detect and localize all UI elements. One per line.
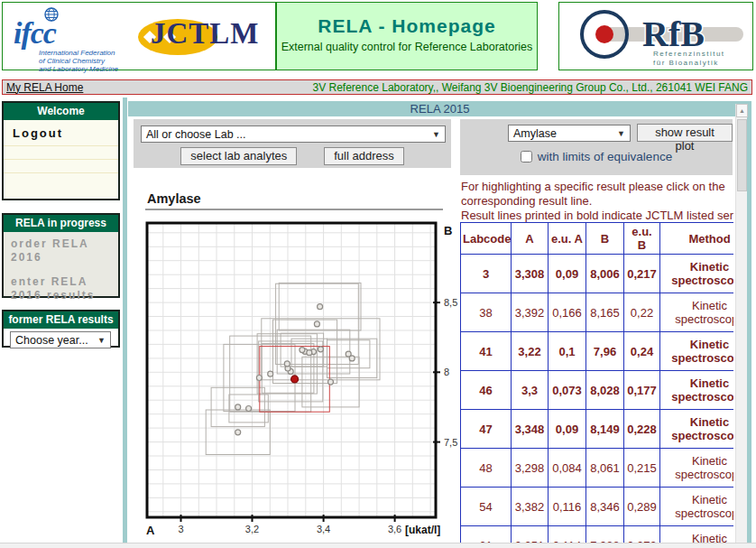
enter-rela-results-link[interactable]: enter RELA 2016 results	[4, 270, 118, 302]
breadcrumb: My RELA Home 3V Reference Laboratory,, W…	[2, 79, 752, 95]
rfb-logo-graphic: RfB Referenzinstitut für Bioanalytik	[559, 3, 752, 70]
cell-eua: 0,09	[549, 410, 586, 449]
cell-a: 3,3	[512, 371, 549, 410]
result-row[interactable]: 613,2510,1147,9880,272Kinetic spectrosco…	[461, 526, 734, 543]
chevron-down-icon: ▼	[97, 336, 106, 345]
cell-method: Kinetic spectroscopy	[660, 371, 734, 410]
analyte-select[interactable]: Amylase ▼	[508, 125, 631, 142]
bold-note: Result lines printed in bold indicate JC…	[461, 209, 733, 223]
chevron-down-icon: ▼	[617, 129, 625, 138]
result-row[interactable]: 543,3820,1168,3460,289Kinetic spectrosco…	[461, 488, 734, 526]
welcome-title: Welcome	[4, 103, 118, 120]
cell-a: 3,392	[512, 293, 549, 332]
cell-b: 8,061	[586, 449, 624, 488]
cell-eua: 0,116	[549, 488, 586, 526]
cell-a: 3,298	[512, 449, 549, 488]
rfb-sub-2: für Bioanalytik	[653, 59, 719, 67]
cell-eub: 0,22	[624, 293, 660, 332]
ifcc-wordmark: ifcc	[14, 20, 149, 47]
cell-method: Kinetic spectroscopy	[660, 293, 734, 332]
results-table: LabcodeAe.u. ABe.u. BMethod 33,3080,098,…	[460, 222, 733, 543]
column-header: e.u. A	[549, 223, 586, 255]
rfb-sub-1: Referenzinstitut	[653, 50, 725, 58]
cell-a: 3,348	[512, 410, 549, 449]
cell-labcode: 54	[461, 488, 512, 526]
divider-strip	[123, 98, 127, 543]
cell-a: 3,251	[512, 526, 549, 543]
cell-eua: 0,084	[549, 449, 586, 488]
main-titlebar: RELA 2015	[128, 101, 751, 116]
cell-method: Kinetic spectroscopy	[660, 410, 734, 449]
result-row[interactable]: 473,3480,098,1490,228Kinetic spectroscop…	[461, 410, 734, 449]
cell-labcode: 46	[461, 371, 512, 410]
column-header: Method	[660, 223, 734, 255]
results-table-container: LabcodeAe.u. ABe.u. BMethod 33,3080,098,…	[460, 222, 733, 543]
right-edge-strip	[747, 116, 751, 543]
plot-heading-rule	[145, 209, 443, 210]
cell-eub: 0,289	[624, 488, 660, 526]
column-header: A	[512, 223, 549, 255]
ifcc-line-2: of Clinical Chemistry	[39, 57, 149, 65]
cell-b: 8,346	[586, 488, 624, 526]
svg-text:8: 8	[444, 367, 449, 377]
cell-method: Kinetic spectroscopy	[660, 488, 734, 526]
select-lab-analytes-button[interactable]: select lab analytes	[180, 147, 297, 165]
scatter-plot-svg: 33,23,43,68,587,5	[144, 220, 465, 538]
cell-method: Kinetic spectroscopy	[660, 526, 734, 543]
svg-text:RfB: RfB	[642, 14, 705, 54]
full-address-button[interactable]: full address	[324, 147, 403, 165]
svg-text:7,5: 7,5	[444, 437, 457, 448]
cell-method: Kinetic spectroscopy	[660, 449, 734, 488]
choose-year-select[interactable]: Choose year... ▼	[10, 331, 111, 348]
cell-eub: 0,217	[624, 255, 660, 293]
cell-labcode: 47	[461, 410, 512, 449]
ifcc-logo: ifcc International Federation of Clinica…	[14, 8, 149, 73]
header-logos: ifcc International Federation of Clinica…	[2, 2, 276, 70]
cell-eua: 0,166	[549, 293, 586, 332]
result-row[interactable]: 463,30,0738,0280,177Kinetic spectroscopy	[461, 371, 734, 410]
result-controls-panel: Amylase ▼ show result plot with limits o…	[460, 119, 733, 175]
result-row[interactable]: 413,220,17,960,24Kinetic spectroscopy	[461, 332, 734, 371]
cell-a: 3,382	[512, 488, 549, 526]
cell-labcode: 41	[461, 332, 512, 371]
progress-title: RELA in progress	[4, 215, 118, 232]
cell-a: 3,308	[512, 255, 549, 293]
cell-b: 8,165	[586, 293, 624, 332]
scroll-up-icon[interactable]: ▲	[736, 104, 748, 117]
cell-eub: 0,215	[624, 449, 660, 488]
horizontal-scrollbar[interactable]	[0, 543, 756, 548]
scrollbar-thumb[interactable]	[737, 119, 747, 191]
show-result-plot-button[interactable]: show result plot	[637, 124, 733, 142]
column-header: B	[586, 223, 624, 255]
cell-labcode: 61	[461, 526, 512, 543]
ifcc-line-1: International Federation	[39, 49, 149, 57]
logout-button[interactable]: Logout	[4, 120, 118, 145]
limits-of-equivalence-label: with limits of equivalence	[538, 150, 672, 163]
my-rela-home-link[interactable]: My RELA Home	[6, 81, 83, 94]
ifcc-line-3: and Laboratory Medicine	[39, 65, 149, 73]
result-plot: 33,23,43,68,587,5	[144, 220, 465, 542]
rfb-logo: RfB Referenzinstitut für Bioanalytik	[558, 2, 753, 70]
result-row[interactable]: 383,3920,1668,1650,22Kinetic spectroscop…	[461, 293, 734, 332]
x-axis-label: A	[146, 524, 154, 537]
result-row[interactable]: 33,3080,098,0060,217Kinetic spectroscopy	[461, 255, 734, 293]
result-row[interactable]: 483,2980,0848,0610,215Kinetic spectrosco…	[461, 449, 734, 488]
cell-eub: 0,24	[624, 332, 660, 371]
cell-eua: 0,09	[549, 255, 586, 293]
jctlm-wordmark: JCTLM	[151, 17, 260, 51]
welcome-box: Welcome Logout	[2, 101, 120, 200]
cell-labcode: 38	[461, 293, 512, 332]
cell-eua: 0,073	[549, 371, 586, 410]
order-rela-link[interactable]: order RELA 2016	[4, 232, 118, 265]
cell-eua: 0,1	[549, 332, 586, 371]
vertical-scrollbar[interactable]: ▲	[735, 104, 747, 543]
cell-labcode: 3	[461, 255, 512, 293]
limits-of-equivalence-checkbox[interactable]	[521, 151, 532, 163]
results-table-header-row: LabcodeAe.u. ABe.u. BMethod	[461, 223, 734, 255]
lab-select[interactable]: All or choose Lab ... ▼	[141, 125, 446, 143]
axis-unit-label: [ukat/l]	[405, 524, 440, 536]
svg-text:3,2: 3,2	[245, 524, 259, 534]
rela-in-progress-box: RELA in progress order RELA 2016 enter R…	[2, 213, 120, 298]
cell-b: 7,96	[586, 332, 624, 371]
svg-text:3,4: 3,4	[317, 524, 330, 534]
